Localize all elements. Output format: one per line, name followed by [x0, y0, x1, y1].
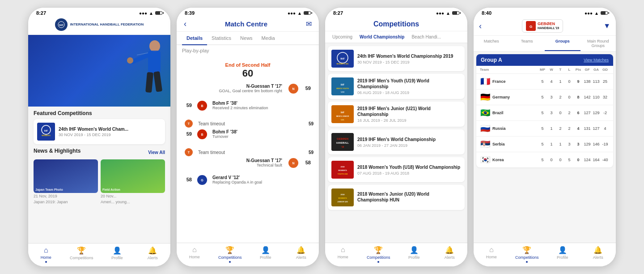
nav-alerts-label-3: Alerts	[445, 255, 455, 260]
comp-list-item-1[interactable]: IHF MEN'S YOUTH U19 2019 IHF Men's Youth…	[328, 74, 465, 99]
bottom-nav-1: ⌂ Home 🏆 Competitions 👤 Profile 🔔 Alerts	[28, 243, 170, 266]
tournament-name-line2: HANDBALL'19	[538, 26, 559, 30]
battery-icon-2	[304, 11, 311, 15]
news-img-1[interactable]: Japan Team Photo	[34, 159, 98, 193]
groups-content: Group A View Matches Team MP W T L Pts G…	[474, 51, 616, 243]
nav-profile-1[interactable]: 👤 Profile	[99, 246, 135, 263]
comp-list-info-5: 2018 Women's Junior (U20) World Champion…	[357, 191, 461, 204]
comp-list-item-4[interactable]: 2018 WOMEN'S YOUTH U18 2018 Women's Yout…	[328, 157, 465, 182]
tournament-logo: G GEBØEN HANDBALL'19	[522, 19, 563, 33]
nav-competitions-2[interactable]: 🏆 Competitions	[212, 246, 248, 263]
country-flag-1: 🇩🇪	[480, 92, 491, 103]
tab-upcoming[interactable]: Upcoming	[329, 31, 356, 43]
tournament-name: GEBØEN HANDBALL'19	[538, 22, 559, 30]
minute-2: 59	[182, 101, 195, 108]
wifi-icon-3: ▲	[446, 11, 450, 16]
nav-profile-label-3: Profile	[408, 255, 420, 260]
comp-logo-svg-3: GEBØEN HANDBALL '19	[331, 133, 354, 151]
logo-text: INTERNATIONAL HANDBALL FEDERATION	[70, 22, 144, 27]
country-name-0: France	[492, 79, 538, 84]
nav-home-2[interactable]: ⌂ Home	[177, 246, 212, 263]
svg-text:WOMEN'S: WOMEN'S	[42, 134, 51, 137]
tab-media[interactable]: Media	[257, 32, 280, 44]
nav-active-indicator-3	[377, 261, 379, 263]
comp-list-item-0[interactable]: IHF WOMEN'S WC 24th IHF Women's World Ch…	[328, 46, 465, 71]
comp-list-name-1: 2019 IHF Men's Youth (U19) World Champio…	[357, 78, 461, 90]
half-score: 60	[182, 68, 314, 79]
sub-tab-teams[interactable]: Teams	[509, 36, 545, 51]
comp-list-logo-0: IHF WOMEN'S WC	[331, 50, 354, 68]
comp-list-item-5[interactable]: 2018 WOMEN'S JUNIOR U20 2018 Women's Jun…	[328, 185, 465, 210]
wifi-icon-2: ▲	[297, 11, 302, 16]
view-matches-link[interactable]: View Matches	[584, 58, 609, 62]
competitions-list: IHF WOMEN'S WC 24th IHF Women's World Ch…	[325, 43, 467, 243]
svg-rect-7	[153, 71, 162, 92]
filter-icon[interactable]: ▼	[603, 22, 610, 30]
country-flag-4: 🇷🇸	[480, 139, 491, 150]
match-centre-title: Match Centre	[225, 20, 267, 28]
row-gf-4: 129	[583, 142, 592, 146]
featured-comp-card[interactable]: IHF WOMEN'S 24th IHF Women's World Cham.…	[34, 119, 165, 144]
nav-alerts-label-2: Alerts	[296, 255, 306, 260]
trophy-icon-1: 🏆	[77, 246, 86, 255]
row-pts-1: 8	[574, 95, 583, 99]
tab-beach-handball[interactable]: Beach Handi...	[408, 31, 445, 43]
th-t: T	[556, 68, 565, 72]
timeout-text-2: Team timeout	[198, 150, 225, 155]
nav-alerts-3[interactable]: 🔔 Alerts	[432, 246, 468, 263]
comp-info-1: 24th IHF Women's World Cham... 30 NOV 20…	[59, 127, 128, 137]
timeline-dot-2: B	[197, 101, 207, 111]
comp-list-info-4: 2018 Women's Youth (U18) World Champions…	[357, 164, 460, 176]
nav-alerts-4[interactable]: 🔔 Alerts	[580, 246, 616, 263]
player-name-3: Bohm F '38'	[212, 129, 314, 134]
news-img-2[interactable]: Field Action	[101, 159, 165, 193]
comp-list-item-3[interactable]: GEBØEN HANDBALL '19 2019 IHF Men's World…	[328, 129, 465, 154]
row-mp-3: 5	[538, 126, 547, 131]
sub-tab-main-round[interactable]: Main Round Groups	[580, 36, 616, 51]
featured-section-title: Featured Competitions	[34, 110, 165, 116]
row-ga-4: 146	[592, 142, 601, 146]
event-desc-4: Technical fault	[182, 163, 282, 167]
nav-home-4[interactable]: ⌂ Home	[474, 246, 509, 263]
profile-icon-1: 👤	[113, 246, 122, 255]
svg-text:WOMEN'S WC: WOMEN'S WC	[336, 63, 348, 65]
tab-details[interactable]: Details	[182, 32, 207, 44]
timeline-timeout-1: T Team timeout 59	[182, 118, 314, 129]
nav-competitions-1[interactable]: 🏆 Competitions	[64, 246, 100, 263]
nav-profile-3[interactable]: 👤 Profile	[396, 246, 432, 263]
phone-home: 8:27 ●●● ▲ IHF INTERNATIONAL HANDBALL FE…	[28, 7, 171, 267]
nav-home-1[interactable]: ⌂ Home	[28, 246, 64, 263]
tab-news[interactable]: News	[236, 32, 257, 44]
country-name-4: Serbia	[492, 142, 538, 146]
comp-logo-svg-1: IHF WOMEN'S	[37, 123, 55, 141]
svg-text:JUNIOR U20: JUNIOR U20	[337, 201, 348, 203]
th-w: W	[547, 68, 556, 72]
mail-icon[interactable]: ✉	[306, 20, 312, 28]
svg-text:IHF: IHF	[340, 57, 345, 60]
tab-statistics[interactable]: Statistics	[207, 32, 236, 44]
tab-world-championship[interactable]: World Championship	[356, 31, 408, 43]
comp-logo-svg-5: 2018 WOMEN'S JUNIOR U20	[331, 188, 354, 206]
nav-alerts-2[interactable]: 🔔 Alerts	[284, 246, 319, 263]
profile-icon-3: 👤	[410, 246, 419, 254]
timeline-event-1: N-Guessan T '17' GOAL, Goal centre 9m bo…	[182, 84, 314, 97]
timeline-end-half: End of Second Half 60	[182, 58, 314, 84]
back-button[interactable]: ‹	[184, 19, 186, 29]
nav-competitions-4[interactable]: 🏆 Competitions	[509, 246, 545, 263]
back-button-4[interactable]: ‹	[479, 21, 482, 31]
nav-profile-2[interactable]: 👤 Profile	[248, 246, 284, 263]
bottom-nav-4: ⌂ Home 🏆 Competitions 👤 Profile 🔔 Alerts	[474, 243, 616, 266]
nav-alerts-1[interactable]: 🔔 Alerts	[135, 246, 171, 263]
sub-tab-groups[interactable]: Groups	[545, 36, 580, 51]
view-all-link[interactable]: View All	[148, 150, 165, 155]
status-bar-4: 8:40 ●●● ▲	[474, 8, 616, 17]
row-gd-4: -19	[601, 142, 610, 146]
svg-text:MEN'S JUNIOR: MEN'S JUNIOR	[336, 115, 349, 117]
nav-competitions-3[interactable]: 🏆 Competitions	[361, 246, 397, 263]
nav-profile-4[interactable]: 👤 Profile	[545, 246, 580, 263]
nav-home-3[interactable]: ⌂ Home	[325, 246, 361, 263]
svg-text:U19: U19	[341, 91, 344, 93]
sub-tab-matches[interactable]: Matches	[474, 36, 509, 51]
row-l-3: 2	[565, 126, 574, 131]
comp-list-item-2[interactable]: IHF MEN'S JUNIOR U21 2019 IHF Men's Juni…	[328, 102, 465, 127]
